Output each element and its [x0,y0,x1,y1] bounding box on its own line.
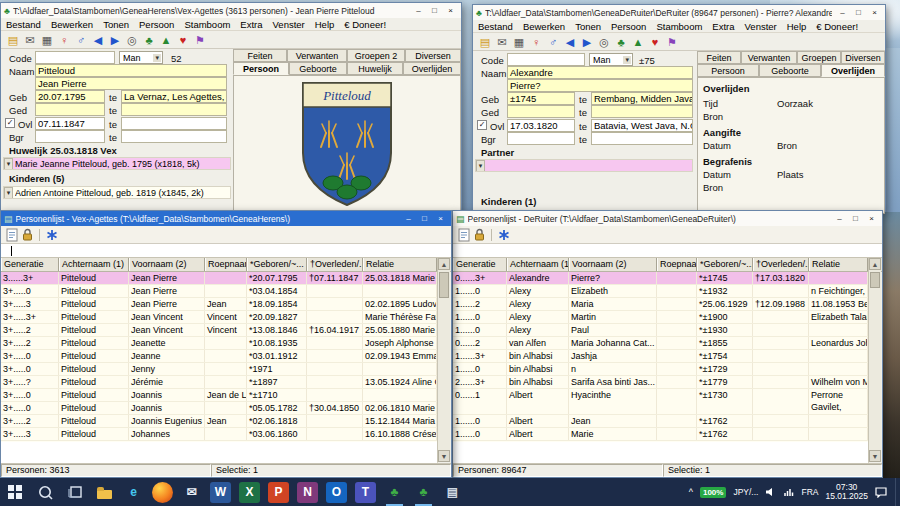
tab-groepen[interactable]: Groepen 2 [347,49,405,62]
minimize-button[interactable]: – [832,213,847,225]
column-header[interactable]: Voornaam (2) [129,258,205,271]
tab-verwanten[interactable]: Verwanten [741,51,797,64]
tab-overlijden[interactable]: Overlijden [403,62,461,75]
network-icon[interactable] [783,487,794,497]
tab-huwelijk[interactable]: Huwelijk [347,62,403,75]
table-row[interactable]: 3......3+PitteloudJean Pierre*20.07.1795… [1,272,437,285]
surname-input[interactable]: Alexandre [507,66,693,79]
column-header[interactable]: Generatie [1,258,59,271]
menu-item[interactable]: Extra [235,18,267,30]
flag-icon[interactable]: ⚑ [192,32,208,48]
titlebar[interactable]: ♣ T:\Aldfaer_Data\Stambomen\GeneaHerens\… [1,3,461,18]
scroll-down-arrow[interactable]: ▼ [438,450,450,462]
tab-diversen[interactable]: Diversen [405,49,461,62]
scroll-thumb[interactable] [439,272,449,298]
heart-icon[interactable]: ♥ [647,34,663,50]
menu-item[interactable]: € Doneer! [339,18,391,30]
deceased-checkbox[interactable]: ✓ [5,118,15,128]
tab-persoon[interactable]: Persoon [697,64,759,77]
menu-item[interactable]: Bewerken [518,20,570,32]
menu-item[interactable]: Tonen [570,20,606,32]
menu-item[interactable]: Venster [740,20,782,32]
action-center-icon[interactable] [875,487,887,498]
tab-diversen[interactable]: Diversen [841,51,885,64]
currency-ticker[interactable]: JPY/... [733,487,758,497]
table-row[interactable]: 3+.....3PitteloudJohannes*03.06.186016.1… [1,428,437,441]
gender-select[interactable]: Man▾ [119,51,163,64]
aldfaer-tree-icon-2[interactable]: ♣ [413,482,434,503]
scroll-up-arrow[interactable]: ▲ [869,258,881,270]
table-row[interactable]: 3+.....2PitteloudJoannis EugeniusJean*02… [1,415,437,428]
burial-place-input[interactable] [591,132,693,145]
table-row[interactable]: 3+.....?PitteloudJérémie*±189713.05.1924… [1,376,437,389]
maximize-button[interactable]: □ [417,213,432,225]
show-desktop-button[interactable] [895,478,900,506]
child-row[interactable]: ▾ Adrien Antoine Pitteloud, geb. 1819 (x… [3,186,231,199]
search-icon[interactable]: ◎ [124,32,140,48]
clock[interactable]: 07:30 15.01.2025 [825,483,868,502]
tab-groepen[interactable]: Groepen [797,51,841,64]
female-icon[interactable]: ♀ [528,34,544,50]
column-header[interactable]: *Geboren/~... [697,258,753,271]
table-row[interactable]: 3+.....3PitteloudJean PierreJean*18.09.1… [1,298,437,311]
back-icon[interactable]: ◀ [90,32,106,48]
death-place-input[interactable] [121,117,227,130]
tab-verwanten[interactable]: Verwanten [287,49,347,62]
menu-item[interactable]: Tonen [98,18,134,30]
partner-row[interactable]: ▾ [475,159,693,172]
menu-item[interactable]: Persoon [606,20,651,32]
burial-date-input[interactable] [507,132,575,145]
partner-row[interactable]: ▾ Marie Jeanne Pitteloud, geb. 1795 (x18… [3,157,231,170]
volume-icon[interactable] [765,487,776,497]
chart-icon[interactable]: ▲ [158,32,174,48]
powerpoint-icon[interactable]: P [268,482,289,503]
heart-icon[interactable]: ♥ [175,32,191,48]
table-row[interactable]: 3+.....0PitteloudJenny*1971 [1,363,437,376]
death-date-input[interactable]: 17.03.1820 [507,119,575,132]
menu-item[interactable]: Bestand [1,18,46,30]
new-person-icon[interactable]: ▤ [5,32,21,48]
male-icon[interactable]: ♂ [73,32,89,48]
tab-geboorte[interactable]: Geboorte [759,64,821,77]
keyboard-language[interactable]: FRA [801,487,818,497]
column-header[interactable]: Relatie [363,258,437,271]
titlebar[interactable]: ▤ Personenlijst - Vex-Agettes (T:\Aldfae… [1,211,451,226]
firstnames-input[interactable]: Jean Pierre [35,77,227,90]
outlook-icon[interactable]: O [326,482,347,503]
firefox-icon[interactable] [152,482,173,503]
search-input[interactable] [1,244,451,258]
menu-item[interactable]: Help [782,20,812,32]
column-header[interactable]: Voornaam (2) [569,258,657,271]
table-row[interactable]: 2......3+bin AlhabsiSarifa Asa binti Jas… [453,376,868,389]
death-place-input[interactable]: Batavia, West Java, N.O [591,119,693,132]
maximize-button[interactable]: □ [848,213,863,225]
female-icon[interactable]: ♀ [56,32,72,48]
notepad-icon[interactable]: ▤ [442,482,463,503]
menu-item[interactable]: Venster [268,18,310,30]
refresh-icon[interactable] [46,229,58,241]
word-icon[interactable]: W [210,482,231,503]
birth-date-input[interactable]: ±1745 [507,92,575,105]
column-header[interactable]: Roepnaam [657,258,697,271]
baptism-date-input[interactable] [35,103,105,116]
table-row[interactable]: 1......0AlexyElizabeth*±1932n Feichtinge… [453,285,868,298]
minimize-button[interactable]: – [401,213,416,225]
tab-geboorte[interactable]: Geboorte [289,62,347,75]
column-header[interactable]: Relatie [809,258,868,271]
close-button[interactable]: × [433,213,448,225]
print-icon[interactable]: ▦ [39,32,55,48]
birth-place-input[interactable]: Rembang, Midden Java [591,92,693,105]
menu-item[interactable]: Persoon [134,18,179,30]
table-row[interactable]: 1......0AlbertMarie*±1762 [453,428,868,441]
refresh-icon[interactable] [498,229,510,241]
column-header[interactable]: Roepnaam [205,258,247,271]
lock-icon[interactable] [22,228,33,241]
task-view-icon[interactable] [60,478,90,506]
tree-icon[interactable]: ♣ [141,32,157,48]
maximize-button[interactable]: □ [427,5,442,17]
titlebar[interactable]: ♣ T:\Aldfaer_Data\Stambomen\GeneaDeRuite… [473,5,885,20]
menu-item[interactable]: Bewerken [46,18,98,30]
lock-icon[interactable] [474,228,485,241]
code-input[interactable] [35,51,115,64]
tab-overlijden[interactable]: Overlijden [821,64,885,77]
